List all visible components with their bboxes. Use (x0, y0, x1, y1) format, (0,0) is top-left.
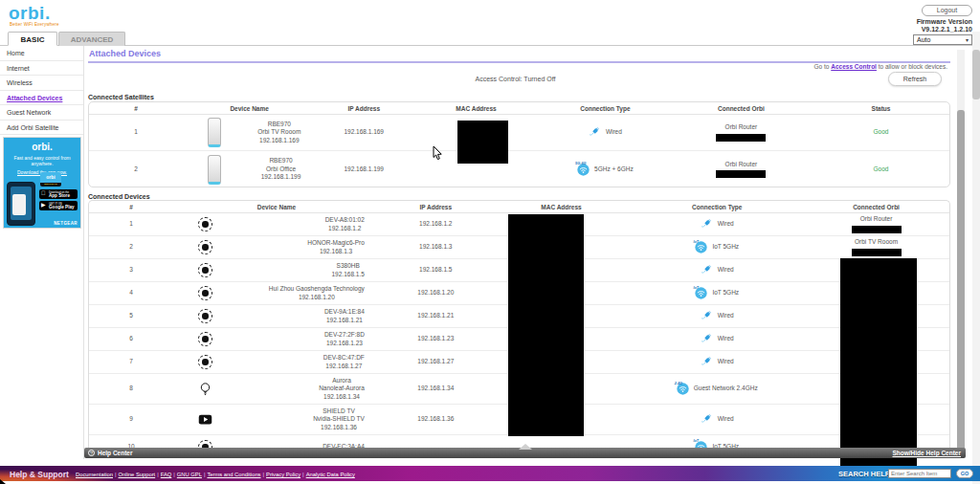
promo-orbi-logo: orbi. (4, 142, 80, 152)
redaction-bar (716, 170, 766, 178)
ip-address: 192.168.1.23 (380, 335, 492, 343)
sidebar-item-attached-devices[interactable]: Attached Devices (0, 91, 83, 106)
footer-link[interactable]: Analytic Data Policy (306, 472, 355, 477)
connection-type-cell: Wired (631, 264, 803, 276)
column-header: Status (813, 105, 949, 112)
connected-devices-label: Connected Devices (88, 193, 150, 200)
connected-orbi-cell: Orbi Router (670, 123, 813, 142)
band-badge: 2.4G (675, 380, 682, 388)
device-name-cell: DEV-8C:47:DF192.168.1.27 (173, 351, 380, 373)
sidebar: HomeInternetWirelessAttached DevicesGues… (0, 46, 84, 459)
footer-link[interactable]: FAQ (161, 472, 172, 477)
footer-link-divider: | (204, 472, 206, 477)
connected-orbi-cell: Orbi TV Rooom (803, 238, 949, 256)
row-number: 3 (89, 266, 173, 275)
device-name: DEV-27:2F:8D192.168.1.23 (324, 331, 365, 347)
ip-address: 192.168.1.27 (380, 358, 492, 366)
expand-arrow-icon[interactable] (519, 444, 532, 450)
sidebar-item-add-orbi-satellite[interactable]: Add Orbi Satellite (0, 121, 83, 136)
device-name: Hui Zhou Gaoshengda Technology192.168.1.… (269, 285, 365, 301)
search-help-label: SEARCH HELP (838, 470, 890, 478)
footer-link[interactable]: Documentation (76, 472, 113, 477)
connection-type-cell: Wired (631, 333, 803, 345)
column-header: Device Name (183, 105, 316, 112)
footer-link[interactable]: Privacy Policy (266, 472, 301, 477)
redaction-box (508, 214, 584, 436)
footer-link[interactable]: Online Support (119, 472, 156, 477)
apple-icon:  (41, 191, 46, 195)
column-header: Connection Type (541, 105, 670, 112)
row-number: 9 (89, 415, 173, 424)
footer-link[interactable]: Terms and Conditions (207, 472, 260, 477)
wired-icon (701, 218, 713, 231)
footer-links: Documentation|Online Support|FAQ|GNU GPL… (76, 472, 355, 477)
device-icon (198, 217, 212, 231)
connection-type-cell: IoT IoT 5GHz (631, 287, 803, 299)
wifi-icon: IoT (695, 241, 707, 253)
row-number: 6 (89, 335, 173, 343)
footer-link[interactable]: GNU GPL (177, 472, 202, 477)
sidebar-item-wireless[interactable]: Wireless (0, 76, 83, 91)
play-icon: ▶ (41, 203, 46, 207)
wired-icon (701, 333, 713, 345)
content-scrollbar-thumb[interactable] (957, 110, 965, 451)
google-play-badge[interactable]: ▶ GET IT ON Google Play (39, 201, 78, 210)
connection-type-cell: IoT IoT 5GHz (631, 241, 803, 253)
device-icon (198, 332, 212, 346)
column-header: MAC Address (412, 105, 541, 112)
sidebar-item-guest-network[interactable]: Guest Network (0, 105, 83, 121)
page-title: Attached Devices (89, 49, 957, 58)
tab-basic[interactable]: BASIC (8, 32, 57, 46)
ip-address: 192.168.1.199 (316, 165, 412, 174)
go-button[interactable]: GO (956, 469, 973, 478)
device-name-cell: Hui Zhou Gaoshengda Technology192.168.1.… (173, 282, 380, 304)
footer-link-divider: | (263, 472, 265, 477)
orbi-admin-page: orbi. Better WiFi Everywhere Logout Firm… (0, 0, 980, 484)
column-header: # (89, 105, 183, 112)
show-hide-help-link[interactable]: Show/Hide Help Center (892, 450, 961, 456)
column-header: Connected Orbi (803, 204, 949, 210)
ip-address: 192.168.1.5 (380, 266, 492, 275)
footer: Help & Support Documentation|Online Supp… (0, 466, 980, 481)
help-support-label: Help & Support (10, 470, 69, 479)
column-header: Connected Orbi (670, 105, 813, 112)
device-name: AuroraNanoleaf-Aurora192.168.1.34 (319, 377, 365, 402)
help-center-bar[interactable]: ? Help Center Show/Hide Help Center (84, 448, 966, 458)
header: orbi. Better WiFi Everywhere Logout Firm… (0, 0, 980, 32)
column-header: IP Address (316, 105, 412, 112)
ip-address: 192.168.1.20 (380, 289, 492, 297)
connection-type-label: Wired (718, 415, 734, 424)
ip-address: 192.168.1.21 (380, 312, 492, 320)
orbi-app-promo: orbi. Fast and easy control from anywher… (3, 137, 81, 229)
ip-address: 192.168.1.36 (380, 415, 492, 424)
device-icon (198, 286, 212, 300)
sidebar-item-home[interactable]: Home (0, 46, 83, 61)
sidebar-item-internet[interactable]: Internet (0, 61, 83, 77)
device-name-cell: RBE970Orbi TV Rooom192.168.1.169 (183, 115, 316, 150)
device-name-cell: DEV-27:2F:8D192.168.1.23 (173, 328, 380, 350)
logout-button[interactable]: Logout (922, 5, 972, 16)
app-store-badge[interactable]:  Download on the App Store (39, 189, 78, 199)
device-name: SHIELD TVNvidia-SHIELD TV192.168.1.36 (313, 407, 365, 432)
band-badge: IoT (693, 284, 699, 293)
row-number: 2 (89, 243, 173, 252)
connection-type-label: Guest Network 2.4GHz (694, 385, 758, 393)
device-name: DEV-8C:47:DF192.168.1.27 (323, 354, 365, 370)
connection-type-label: Wired (718, 220, 734, 229)
help-icon: ? (88, 450, 95, 456)
search-input[interactable] (888, 469, 951, 478)
redaction-bar (852, 226, 902, 233)
access-control-link[interactable]: Access Control (831, 63, 877, 70)
connection-type-label: Wired (606, 128, 622, 137)
phone-image (7, 182, 35, 226)
page-scrollbar-thumb[interactable] (972, 50, 980, 99)
connection-type-cell: 2.4G Guest Network 2.4GHz (631, 383, 803, 395)
devices-table-header: #Device NameIP AddressMAC AddressConnect… (89, 201, 949, 213)
bulb-icon (198, 382, 212, 396)
tab-advanced[interactable]: ADVANCED (58, 32, 125, 46)
connection-type-label: IoT 5GHz (712, 289, 739, 297)
connection-type-label: IoT 5GHz (712, 243, 739, 252)
orbi-logo: orbi. (9, 4, 51, 22)
device-name-cell: RBE970Orbi Office192.168.1.199 (183, 151, 316, 187)
connection-type-cell: 5G-6G 5GHz + 6GHz (541, 164, 670, 176)
